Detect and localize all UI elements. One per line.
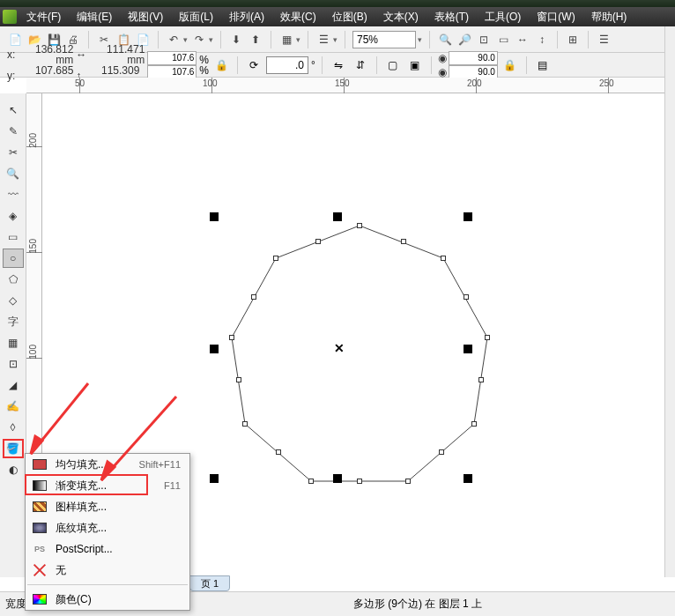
node-handle[interactable]	[276, 449, 281, 455]
options-icon[interactable]: ☰	[596, 32, 612, 48]
menu-layout[interactable]: 版面(L)	[174, 8, 219, 26]
lock2-icon[interactable]: 🔒	[501, 56, 520, 75]
zoom-dropdown[interactable]: ▾	[418, 35, 422, 44]
node-handle[interactable]	[464, 294, 469, 300]
node-handle[interactable]	[441, 256, 446, 261]
table-tool[interactable]: ▦	[3, 333, 24, 353]
zoom-in-icon[interactable]: 🔍	[437, 32, 453, 48]
uniform-fill-item[interactable]: 均匀填充... Shift+F11	[26, 454, 189, 475]
menu-text[interactable]: 文本(X)	[378, 8, 424, 26]
app-launcher-icon[interactable]: ▦	[278, 32, 294, 48]
smart-fill-tool[interactable]: ◈	[3, 206, 24, 226]
interactive-fill-tool[interactable]: ◐	[3, 460, 24, 479]
import-icon[interactable]: ⬇	[228, 32, 244, 48]
menu-table[interactable]: 表格(T)	[429, 8, 474, 26]
page-tab-1[interactable]: 页 1	[189, 575, 230, 591]
selection-handle[interactable]	[210, 474, 219, 483]
scale-x-input[interactable]	[147, 51, 197, 65]
separator	[308, 31, 308, 48]
outline-tool[interactable]: ◊	[3, 418, 24, 437]
redo-dropdown[interactable]: ▾	[209, 35, 213, 44]
zoom-out-icon[interactable]: 🔎	[456, 32, 472, 48]
corner1-input[interactable]	[449, 51, 498, 65]
undo-dropdown[interactable]: ▾	[183, 35, 188, 44]
freehand-tool[interactable]: 〰	[3, 185, 24, 204]
rotation-input[interactable]	[266, 56, 308, 74]
node-handle[interactable]	[315, 239, 321, 244]
ellipse-tool[interactable]: ○	[3, 249, 24, 268]
no-fill-item[interactable]: 无	[26, 560, 189, 581]
x-value[interactable]: 136.812 mm	[17, 44, 73, 65]
polygon-shape[interactable]	[219, 212, 501, 494]
node-handle[interactable]	[251, 294, 256, 300]
zoom-fit-icon[interactable]: ⊡	[476, 32, 492, 48]
undo-icon[interactable]: ↶	[166, 32, 182, 48]
menu-edit[interactable]: 编辑(E)	[71, 8, 117, 26]
selection-handle[interactable]	[464, 212, 472, 221]
menu-bitmaps[interactable]: 位图(B)	[327, 8, 373, 26]
dimension-tool[interactable]: ⊡	[3, 354, 24, 374]
node-handle[interactable]	[357, 223, 362, 228]
selection-handle[interactable]	[210, 345, 219, 353]
zoom-select[interactable]	[352, 31, 416, 48]
zoom-width-icon[interactable]: ↔	[515, 32, 530, 48]
node-handle[interactable]	[471, 421, 477, 427]
color-docker-item[interactable]: 颜色(C)	[26, 589, 189, 610]
menu-file[interactable]: 文件(F)	[21, 8, 66, 26]
w-value[interactable]: 111.471 mm	[88, 44, 145, 65]
text-tool[interactable]: 字	[3, 312, 24, 331]
color-palette-bar[interactable]	[664, 26, 675, 577]
welcome-icon[interactable]: ☰	[315, 32, 331, 48]
polygon-tool[interactable]: ⬠	[3, 270, 24, 289]
node-handle[interactable]	[439, 449, 444, 455]
menu-help[interactable]: 帮助(H)	[586, 8, 633, 26]
lock-ratio-icon[interactable]: 🔒	[211, 56, 231, 75]
zoom-height-icon[interactable]: ↕	[534, 32, 550, 48]
fill-tool[interactable]: 🪣	[3, 439, 24, 458]
node-handle[interactable]	[236, 377, 241, 382]
node-handle[interactable]	[229, 335, 234, 340]
selection-handle[interactable]	[464, 345, 472, 353]
selection-handle[interactable]	[210, 212, 219, 221]
zoom-tool[interactable]: 🔍	[3, 164, 24, 183]
wrap-icon[interactable]: ▤	[533, 56, 553, 75]
gradient-fill-item[interactable]: 渐变填充... F11	[26, 475, 189, 496]
node-handle[interactable]	[242, 421, 248, 427]
crop-tool[interactable]: ✂	[3, 143, 24, 162]
shape-tool[interactable]: ✎	[3, 122, 24, 141]
mirror-v-icon[interactable]: ⇵	[351, 56, 370, 75]
connector-tool[interactable]: ◢	[3, 375, 24, 395]
eyedropper-tool[interactable]: ✍	[3, 397, 24, 416]
zoom-page-icon[interactable]: ▭	[495, 32, 511, 48]
node-handle[interactable]	[357, 479, 362, 484]
pattern-fill-item[interactable]: 图样填充...	[26, 496, 189, 517]
welcome-dropdown[interactable]: ▾	[333, 35, 338, 44]
pick-tool[interactable]: ↖	[3, 100, 24, 120]
texture-fill-item[interactable]: 底纹填充...	[26, 517, 189, 538]
mirror-h-icon[interactable]: ⇋	[329, 56, 348, 75]
basic-shapes-tool[interactable]: ◇	[3, 291, 24, 310]
prop-box1-icon[interactable]: ▢	[383, 56, 403, 75]
node-handle[interactable]	[405, 479, 411, 484]
redo-icon[interactable]: ↷	[191, 32, 207, 48]
node-handle[interactable]	[273, 256, 278, 261]
node-handle[interactable]	[401, 239, 406, 244]
menu-view[interactable]: 视图(V)	[122, 8, 168, 26]
export-icon[interactable]: ⬆	[248, 32, 263, 48]
snap-icon[interactable]: ⊞	[565, 32, 581, 48]
rectangle-tool[interactable]: ▭	[3, 227, 24, 247]
status-width-label: 宽度	[5, 597, 26, 612]
launcher-dropdown[interactable]: ▾	[296, 35, 300, 44]
prop-box2-icon[interactable]: ▣	[405, 56, 425, 75]
selection-handle[interactable]	[333, 212, 342, 221]
menu-arrange[interactable]: 排列(A)	[224, 8, 270, 26]
postscript-fill-item[interactable]: PS PostScript...	[26, 538, 189, 560]
menu-effects[interactable]: 效果(C)	[275, 8, 322, 26]
menu-tools[interactable]: 工具(O)	[479, 8, 526, 26]
node-handle[interactable]	[485, 335, 490, 340]
menu-window[interactable]: 窗口(W)	[531, 8, 580, 26]
node-handle[interactable]	[478, 377, 484, 382]
selection-handle[interactable]	[464, 474, 472, 483]
selection-handle[interactable]	[333, 474, 342, 483]
node-handle[interactable]	[308, 479, 314, 484]
